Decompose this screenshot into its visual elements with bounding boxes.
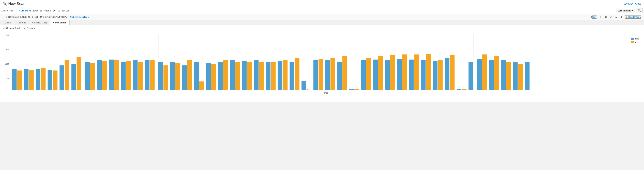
svg-rect-85 bbox=[477, 59, 482, 90]
svg-rect-69 bbox=[378, 56, 383, 90]
legend-label-false: false bbox=[635, 38, 639, 40]
svg-rect-63 bbox=[342, 56, 347, 90]
svg-rect-77 bbox=[426, 54, 431, 90]
svg-rect-79 bbox=[438, 60, 442, 90]
job-label: Job ▾ bbox=[592, 16, 597, 18]
svg-rect-54 bbox=[290, 62, 294, 90]
svg-rect-36 bbox=[182, 65, 187, 90]
svg-rect-15 bbox=[53, 71, 58, 90]
results-right: Job ▾ ⏸ ⏹ ↗ ☁ ⬇ 💡 Smart Mode ▾ bbox=[592, 15, 641, 19]
svg-rect-51 bbox=[271, 62, 276, 90]
download-button[interactable]: ⬇ bbox=[620, 15, 623, 19]
svg-rect-39 bbox=[199, 81, 204, 90]
svg-rect-24 bbox=[109, 60, 114, 90]
svg-rect-55 bbox=[295, 58, 300, 90]
query-by-kw: by bbox=[52, 10, 57, 12]
svg-rect-90 bbox=[506, 62, 511, 90]
title-text: New Search bbox=[8, 2, 28, 6]
y-label-1000: 1,000 bbox=[2, 63, 9, 65]
svg-rect-40 bbox=[206, 63, 211, 90]
svg-rect-20 bbox=[85, 62, 90, 90]
tab-statistics[interactable]: Statistics (123) bbox=[29, 20, 50, 25]
legend-item-true: true bbox=[631, 41, 639, 43]
svg-rect-25 bbox=[114, 60, 119, 90]
svg-rect-70 bbox=[385, 60, 390, 90]
svg-rect-81 bbox=[450, 55, 454, 90]
svg-rect-32 bbox=[158, 62, 163, 90]
save-as-button[interactable]: Save As ▾ bbox=[624, 2, 633, 5]
svg-rect-38 bbox=[194, 62, 199, 90]
tab-patterns[interactable]: Patterns bbox=[14, 20, 29, 25]
query-command: timechart bbox=[19, 10, 31, 12]
job-button[interactable]: Job ▾ bbox=[592, 16, 597, 19]
query-field: is_notice bbox=[58, 10, 69, 12]
format-check-icon: ✓ bbox=[24, 27, 26, 29]
svg-rect-21 bbox=[90, 63, 95, 90]
time-range-button[interactable]: Last 4 months ▾ bbox=[616, 9, 635, 13]
svg-rect-58 bbox=[314, 60, 318, 90]
svg-rect-14 bbox=[48, 70, 52, 90]
y-label-1500: 1,500 bbox=[2, 49, 9, 51]
no-event-sampling-button[interactable]: No Event Sampling ▾ bbox=[70, 16, 89, 18]
export-button[interactable]: ☁ bbox=[614, 15, 618, 19]
svg-rect-91 bbox=[513, 62, 518, 90]
svg-rect-73 bbox=[402, 55, 407, 90]
svg-rect-19 bbox=[76, 57, 81, 90]
svg-rect-82 bbox=[457, 89, 461, 90]
results-check-icon: ✓ bbox=[3, 16, 4, 18]
header-actions: Save As ▾ Close bbox=[624, 2, 641, 5]
svg-rect-59 bbox=[319, 59, 323, 90]
svg-rect-11 bbox=[29, 70, 34, 90]
y-axis-labels: 2,000 1,500 1,000 500 bbox=[2, 34, 9, 92]
svg-rect-33 bbox=[164, 65, 168, 90]
svg-rect-88 bbox=[494, 56, 499, 90]
legend-color-false bbox=[631, 38, 634, 40]
tabs-row: Events Patterns Statistics (123) Visuali… bbox=[0, 20, 644, 25]
page-title: 🔍 New Search bbox=[3, 2, 28, 6]
time-range-label: Last 4 months bbox=[618, 10, 632, 12]
svg-rect-35 bbox=[176, 63, 180, 90]
legend-color-true bbox=[631, 41, 634, 43]
results-row: ✓ 83,260 events (8/16/16 2:24:54.000 PM … bbox=[0, 14, 644, 20]
smart-mode-icon: 💡 bbox=[625, 16, 628, 18]
svg-rect-83 bbox=[462, 89, 466, 90]
format-button[interactable]: ✓ Format ▾ bbox=[24, 27, 35, 29]
svg-rect-10 bbox=[24, 69, 28, 90]
share-button[interactable]: ↗ bbox=[609, 15, 613, 19]
results-events-text: 83,260 events (8/16/16 2:24:54.000 PM to… bbox=[6, 16, 68, 18]
pause-button[interactable]: ⏸ bbox=[598, 15, 602, 19]
header: 🔍 New Search Save As ▾ Close bbox=[0, 0, 644, 8]
close-button[interactable]: Close bbox=[635, 2, 641, 5]
chart-type-chevron-icon: ▾ bbox=[20, 27, 21, 29]
svg-rect-86 bbox=[482, 55, 487, 90]
svg-rect-42 bbox=[218, 62, 223, 90]
svg-rect-49 bbox=[259, 62, 264, 90]
svg-rect-62 bbox=[337, 62, 342, 90]
svg-rect-71 bbox=[390, 55, 395, 90]
results-left: ✓ 83,260 events (8/16/16 2:24:54.000 PM … bbox=[3, 16, 89, 18]
svg-rect-41 bbox=[211, 64, 216, 90]
stop-button[interactable]: ⏹ bbox=[604, 15, 608, 19]
search-run-button[interactable]: 🔍 bbox=[636, 8, 643, 13]
svg-rect-92 bbox=[518, 64, 523, 90]
query-count-kw: count bbox=[44, 10, 51, 12]
svg-rect-84 bbox=[468, 62, 473, 90]
svg-rect-16 bbox=[60, 65, 64, 90]
chart-container: 2,000 1,500 1,000 500 bbox=[0, 31, 644, 102]
svg-rect-67 bbox=[366, 58, 371, 90]
svg-rect-44 bbox=[230, 60, 235, 90]
svg-rect-64 bbox=[349, 89, 354, 90]
svg-rect-43 bbox=[223, 60, 228, 90]
chart-type-button[interactable]: 📊 Column Chart ▾ bbox=[3, 27, 21, 29]
svg-rect-80 bbox=[445, 58, 450, 90]
svg-rect-9 bbox=[17, 71, 22, 90]
svg-rect-28 bbox=[133, 60, 138, 90]
svg-rect-31 bbox=[150, 60, 154, 90]
svg-rect-18 bbox=[72, 64, 76, 90]
tab-events[interactable]: Events bbox=[1, 20, 14, 25]
format-label: Format bbox=[26, 27, 33, 29]
svg-rect-78 bbox=[433, 61, 438, 90]
smart-mode-button[interactable]: 💡 Smart Mode ▾ bbox=[625, 16, 641, 19]
svg-rect-45 bbox=[235, 62, 240, 90]
tab-visualization[interactable]: Visualization bbox=[50, 20, 70, 25]
